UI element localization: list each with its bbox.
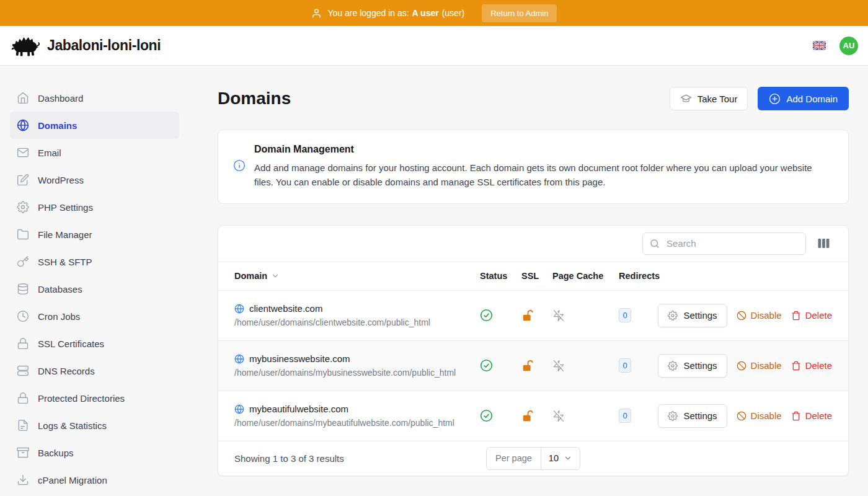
search-icon: [649, 238, 660, 249]
impersonation-message: You are logged in as: A user (user): [328, 8, 465, 18]
slash-circle-icon: [737, 411, 746, 421]
globe-icon: [17, 119, 29, 131]
globe-icon: [234, 304, 244, 314]
domain-name: clientwebsite.com: [234, 303, 322, 314]
sidebar-item-label: WordPress: [38, 175, 84, 185]
table-row: clientwebsite.com /home/user/domains/cli…: [218, 291, 848, 341]
status-enabled-icon: [480, 359, 521, 372]
columns-toggle-button[interactable]: [817, 237, 831, 250]
disable-button[interactable]: Disable: [737, 310, 782, 321]
sidebar-item-backups[interactable]: Backups: [10, 439, 179, 466]
delete-button[interactable]: Delete: [791, 310, 832, 321]
sidebar-item-email[interactable]: Email: [10, 139, 179, 166]
gear-icon: [668, 361, 678, 371]
brand-name: Jabaloni-loni-loni: [47, 37, 161, 54]
add-domain-button[interactable]: Add Domain: [758, 87, 849, 110]
sidebar-item-cron-jobs[interactable]: Cron Jobs: [10, 303, 179, 330]
language-flag-icon[interactable]: [813, 41, 826, 50]
ssl-unlocked-icon[interactable]: [521, 409, 552, 423]
key-icon: [17, 255, 29, 268]
archive-icon: [17, 446, 29, 459]
home-icon: [17, 92, 29, 104]
sidebar-item-label: File Manager: [38, 229, 92, 240]
trash-icon: [791, 361, 801, 371]
sidebar-item-label: Dashboard: [38, 93, 83, 104]
globe-icon: [234, 354, 244, 364]
search-input[interactable]: [642, 232, 806, 255]
disable-button[interactable]: Disable: [737, 360, 782, 371]
disable-button[interactable]: Disable: [737, 410, 782, 421]
impersonated-role: (user): [442, 8, 465, 18]
gear-icon: [668, 311, 678, 321]
return-to-admin-button[interactable]: Return to Admin: [482, 4, 557, 22]
sidebar-item-ssl-certificates[interactable]: SSL Certificates: [10, 330, 179, 357]
page-cache-off-icon[interactable]: [552, 309, 619, 322]
table-footer: Showing 1 to 3 of 3 results Per page 10: [218, 441, 848, 476]
sidebar-item-label: Protected Directories: [38, 393, 125, 404]
user-avatar[interactable]: AU: [839, 37, 858, 55]
file-text-icon: [17, 419, 29, 432]
page-cache-off-icon[interactable]: [552, 410, 619, 422]
sidebar-item-label: DNS Records: [38, 366, 95, 376]
sidebar-item-wordpress[interactable]: WordPress: [10, 166, 179, 193]
per-page-select[interactable]: 10: [541, 448, 580, 469]
mail-icon: [17, 146, 29, 159]
column-header-status: Status: [480, 271, 521, 281]
redirects-count-badge: 0: [619, 308, 631, 322]
per-page-control: Per page 10: [486, 447, 580, 470]
settings-button[interactable]: Settings: [658, 304, 727, 327]
sidebar-item-dns-records[interactable]: DNS Records: [10, 357, 179, 384]
sidebar-item-ssh-sftp[interactable]: SSH & SFTP: [10, 248, 179, 275]
take-tour-button[interactable]: Take Tour: [670, 87, 748, 110]
ssl-unlocked-icon[interactable]: [521, 309, 552, 322]
domain-name: mybeautifulwebsite.com: [234, 404, 348, 414]
folder-icon: [17, 228, 29, 241]
sidebar-item-label: Backups: [38, 448, 74, 458]
column-header-ssl: SSL: [521, 271, 552, 281]
delete-button[interactable]: Delete: [791, 410, 832, 421]
domains-table-card: Domain Status SSL Page Cache Redirects c…: [218, 225, 849, 476]
per-page-label: Per page: [487, 448, 541, 469]
column-header-redirects: Redirects: [619, 271, 666, 281]
ssl-unlocked-icon[interactable]: [521, 359, 552, 373]
impersonated-user: A user: [412, 8, 439, 18]
sidebar-item-label: PHP Settings: [38, 202, 93, 213]
database-icon: [17, 283, 29, 295]
redirects-count-badge: 0: [619, 358, 631, 373]
sidebar-item-label: Logs & Statistics: [38, 420, 107, 431]
chevron-down-icon: [271, 272, 280, 280]
info-icon: [233, 159, 246, 190]
sidebar-item-protected-directories[interactable]: Protected Directories: [10, 384, 179, 412]
sidebar-item-label: SSH & SFTP: [38, 257, 92, 267]
sidebar-item-dashboard[interactable]: Dashboard: [10, 84, 179, 112]
sidebar-item-label: Email: [38, 148, 61, 158]
sidebar-item-php-settings[interactable]: PHP Settings: [10, 193, 179, 221]
info-card-body: Add and manage domains for your hosting …: [254, 161, 825, 190]
trash-icon: [791, 311, 801, 321]
delete-button[interactable]: Delete: [791, 360, 832, 371]
download-icon: [17, 474, 29, 486]
column-header-domain[interactable]: Domain: [234, 271, 480, 281]
slash-circle-icon: [737, 311, 746, 321]
lock-icon: [17, 392, 29, 404]
settings-button[interactable]: Settings: [658, 404, 727, 428]
sidebar-item-databases[interactable]: Databases: [10, 275, 179, 303]
page-cache-off-icon[interactable]: [552, 360, 619, 372]
redirects-count-badge: 0: [619, 409, 631, 423]
chevron-down-icon: [564, 454, 572, 463]
sidebar-item-file-manager[interactable]: File Manager: [10, 221, 179, 248]
domain-path: /home/user/domains/clientwebsite.com/pub…: [234, 317, 430, 327]
domain-name: mybusinesswebsite.com: [234, 353, 350, 364]
column-header-page-cache: Page Cache: [552, 271, 619, 281]
sidebar-item-logs-statistics[interactable]: Logs & Statistics: [10, 412, 179, 439]
sidebar: Dashboard Domains Email WordPress PHP Se…: [0, 66, 198, 496]
table-row: mybusinesswebsite.com /home/user/domains…: [218, 341, 848, 391]
sidebar-item-cpanel-migration[interactable]: cPanel Migration: [10, 466, 179, 494]
info-card-title: Domain Management: [254, 144, 825, 155]
sidebar-item-label: Databases: [38, 284, 82, 294]
plus-circle-icon: [769, 93, 781, 105]
server-icon: [17, 365, 29, 377]
sidebar-item-domains[interactable]: Domains: [10, 112, 179, 139]
settings-button[interactable]: Settings: [658, 354, 727, 378]
app-header: Jabaloni-loni-loni AU: [0, 26, 868, 66]
